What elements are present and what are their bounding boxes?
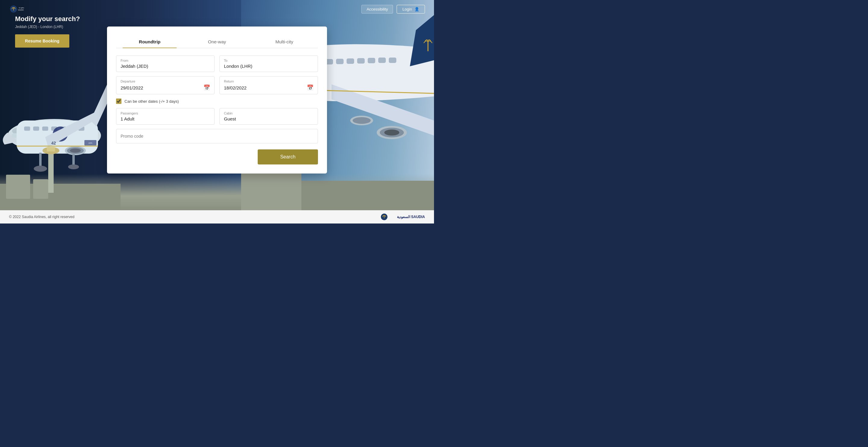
flexible-dates-label: Can be other dates (-/+ 3 days) [124, 99, 179, 104]
flexible-dates-checkbox[interactable] [116, 98, 121, 104]
dates-row: Departure 29/01/2022 📅 Return 18/02/2022… [116, 76, 318, 94]
promo-code-input[interactable] [121, 134, 313, 138]
cabin-field[interactable]: Cabin Guest [219, 108, 318, 125]
svg-text:SAUDIA: SAUDIA [18, 9, 24, 11]
modify-search-area: Modify your search? Jeddah (JED) - Londo… [15, 15, 80, 47]
svg-rect-39 [336, 59, 344, 64]
from-field[interactable]: From Jeddah (JED) [116, 56, 215, 72]
svg-rect-27 [33, 179, 48, 199]
saudia-logo-icon: السعودية SAUDIA [9, 4, 24, 13]
return-calendar-icon: 📅 [307, 84, 313, 91]
passengers-label: Passengers [121, 111, 210, 115]
return-label: Return [224, 79, 313, 83]
svg-point-48 [384, 130, 399, 135]
from-value: Jeddah (JED) [121, 64, 210, 69]
departure-field[interactable]: Departure 29/01/2022 📅 [116, 76, 215, 94]
svg-point-50 [352, 117, 371, 124]
passengers-cabin-row: Passengers 1 Adult Cabin Guest [116, 108, 318, 125]
login-button[interactable]: Login 👤 [397, 5, 425, 13]
search-button[interactable]: Search [258, 150, 318, 164]
svg-rect-26 [6, 175, 30, 199]
departure-label: Departure [121, 79, 210, 83]
passengers-field[interactable]: Passengers 1 Adult [116, 108, 215, 125]
departure-value: 29/01/2022 [121, 85, 143, 90]
login-label: Login [402, 7, 412, 11]
svg-point-23 [68, 164, 79, 169]
svg-rect-30 [47, 147, 55, 152]
svg-rect-42 [368, 58, 375, 63]
footer-logo-text: السعودية SAUDIA [397, 215, 425, 219]
accessibility-button[interactable]: Accessibility [361, 5, 393, 13]
header-right: Accessibility Login 👤 [361, 5, 425, 13]
airplane-left-decoration: SKY TEAM 42 IATA [0, 21, 121, 217]
tab-oneway[interactable]: One-way [183, 36, 250, 48]
svg-text:IATA: IATA [89, 142, 92, 144]
tab-roundtrip[interactable]: Roundtrip [116, 36, 183, 48]
svg-rect-40 [347, 58, 354, 64]
modify-search-subtitle: Jeddah (JED) - London (LHR) [15, 25, 80, 29]
copyright-text: © 2022 Saudia Airlines, all right reserv… [9, 215, 74, 219]
search-button-row: Search [116, 150, 318, 164]
logo-area: السعودية SAUDIA [9, 4, 24, 13]
tab-multicity[interactable]: Multi-city [251, 36, 318, 48]
search-card: Roundtrip One-way Multi-city From Jeddah… [107, 27, 327, 173]
departure-calendar-icon: 📅 [204, 84, 210, 91]
svg-text:42: 42 [51, 141, 56, 146]
flexible-dates-row: Can be other dates (-/+ 3 days) [116, 98, 318, 104]
svg-rect-20 [39, 153, 41, 168]
footer: © 2022 Saudia Airlines, all right reserv… [0, 210, 434, 224]
to-field[interactable]: To London (LHR) [219, 56, 318, 72]
from-label: From [121, 59, 210, 62]
svg-text:السعودية: السعودية [19, 7, 24, 9]
to-value: London (LHR) [224, 64, 313, 69]
svg-rect-5 [33, 127, 39, 131]
svg-point-16 [70, 149, 81, 153]
trip-type-tabs: Roundtrip One-way Multi-city [116, 36, 318, 48]
promo-code-field[interactable] [116, 129, 318, 143]
from-to-row: From Jeddah (JED) To London (LHR) [116, 56, 318, 72]
user-icon: 👤 [414, 7, 419, 11]
resume-booking-button[interactable]: Resume Booking [15, 34, 69, 47]
svg-rect-44 [389, 58, 396, 63]
svg-rect-6 [42, 127, 48, 131]
passengers-value: 1 Adult [121, 116, 210, 121]
cabin-value: Guest [224, 116, 313, 121]
footer-saudia-logo-icon [379, 213, 395, 221]
svg-rect-43 [378, 58, 386, 63]
return-field[interactable]: Return 18/02/2022 📅 [219, 76, 318, 94]
cabin-label: Cabin [224, 111, 313, 115]
to-label: To [224, 59, 313, 62]
footer-logo: السعودية SAUDIA [379, 213, 425, 221]
svg-rect-4 [24, 127, 30, 131]
svg-rect-41 [357, 58, 365, 64]
modify-search-title: Modify your search? [15, 15, 80, 23]
return-value: 18/02/2022 [224, 85, 247, 90]
svg-point-21 [34, 166, 47, 172]
svg-rect-28 [48, 151, 54, 193]
